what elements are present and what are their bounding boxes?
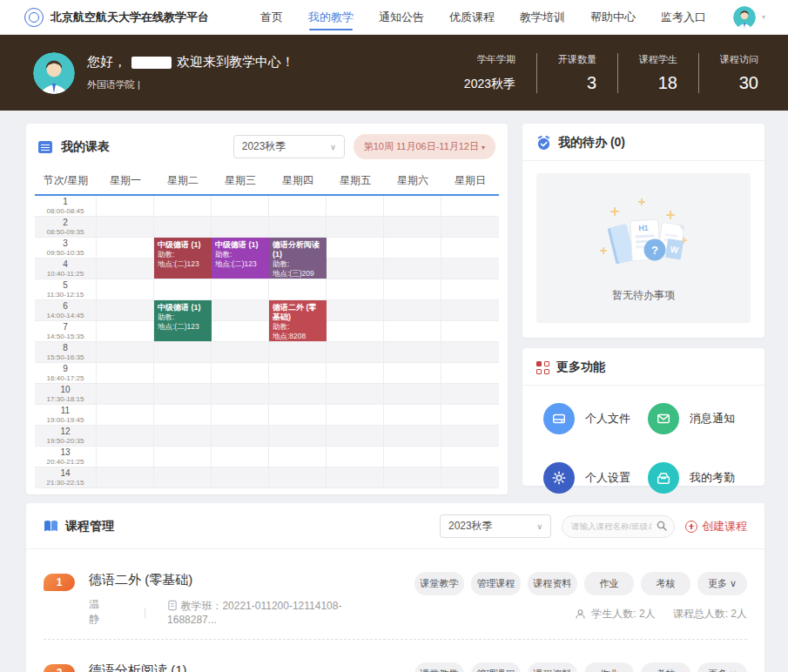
day-cell[interactable] — [212, 217, 269, 237]
day-cell[interactable] — [154, 363, 212, 383]
chevron-down-icon[interactable]: ▾ — [762, 13, 765, 21]
nav-item[interactable]: 教学培训 — [519, 1, 566, 33]
day-cell[interactable] — [327, 279, 384, 299]
week-selector[interactable]: 第10周 11月06日-11月12日▾ — [354, 134, 495, 159]
day-cell[interactable] — [97, 405, 154, 425]
day-cell[interactable] — [97, 300, 154, 320]
nav-item[interactable]: 优质课程 — [448, 1, 495, 33]
day-cell[interactable] — [327, 467, 384, 487]
action-button-作业[interactable]: 作业 — [584, 662, 634, 672]
day-cell[interactable] — [97, 447, 154, 467]
action-button-课堂教学[interactable]: 课堂教学 — [414, 572, 464, 595]
day-cell[interactable] — [384, 300, 441, 320]
nav-item[interactable]: 帮助中心 — [589, 1, 636, 33]
day-cell[interactable] — [441, 196, 499, 216]
course-block[interactable]: 德语二外 (零基础)助教:地点:8208 — [269, 300, 327, 341]
day-cell[interactable] — [441, 279, 499, 299]
day-cell[interactable] — [327, 238, 384, 258]
day-cell[interactable] — [97, 279, 154, 299]
nav-item[interactable]: 通知公告 — [378, 1, 425, 33]
day-cell[interactable] — [154, 196, 212, 216]
day-cell[interactable] — [384, 217, 441, 237]
day-cell[interactable] — [269, 196, 327, 216]
action-button-课堂教学[interactable]: 课堂教学 — [414, 662, 464, 672]
action-button-管理课程[interactable]: 管理课程 — [471, 572, 521, 595]
feature-item-gear[interactable]: 个人设置 — [543, 462, 648, 494]
day-cell[interactable] — [212, 384, 269, 404]
course-semester-select[interactable]: 2023秋季 ∨ — [440, 514, 551, 538]
day-cell[interactable] — [384, 259, 441, 279]
day-cell[interactable] — [269, 426, 327, 446]
action-button-考核[interactable]: 考核 — [641, 662, 690, 672]
day-cell[interactable] — [97, 342, 154, 362]
course-block[interactable]: 德语分析阅读 (1)助教:地点:(三)209 — [269, 238, 327, 279]
user-avatar[interactable] — [733, 6, 756, 29]
day-cell[interactable] — [327, 405, 384, 425]
day-cell[interactable] — [441, 426, 499, 446]
action-button-课程资料[interactable]: 课程资料 — [528, 662, 577, 672]
day-cell[interactable] — [327, 384, 384, 404]
day-cell[interactable] — [212, 467, 269, 487]
day-cell[interactable] — [212, 196, 269, 216]
day-cell[interactable] — [212, 363, 269, 383]
course-block[interactable]: 中级德语 (1)助教:地点:(二)123 — [154, 238, 212, 279]
day-cell[interactable] — [327, 447, 384, 467]
day-cell[interactable] — [384, 363, 441, 383]
feature-item-mail[interactable]: 消息通知 — [648, 403, 752, 434]
nav-item[interactable]: 首页 — [259, 1, 284, 33]
day-cell[interactable] — [212, 300, 269, 320]
day-cell[interactable] — [97, 238, 154, 258]
day-cell[interactable] — [97, 196, 154, 216]
day-cell[interactable] — [327, 321, 384, 341]
day-cell[interactable] — [269, 384, 327, 404]
day-cell[interactable] — [441, 300, 499, 320]
day-cell[interactable] — [441, 217, 499, 237]
day-cell[interactable] — [441, 447, 499, 467]
day-cell[interactable] — [384, 384, 441, 404]
day-cell[interactable] — [212, 447, 269, 467]
day-cell[interactable] — [269, 363, 327, 383]
day-cell[interactable] — [327, 217, 384, 237]
day-cell[interactable] — [212, 426, 269, 446]
course-title[interactable]: 德语二外 (零基础) — [89, 572, 381, 588]
day-cell[interactable] — [441, 342, 499, 362]
day-cell[interactable] — [97, 259, 154, 279]
day-cell[interactable] — [441, 363, 499, 383]
day-cell[interactable] — [97, 217, 154, 237]
day-cell[interactable] — [384, 447, 441, 467]
day-cell[interactable] — [327, 342, 384, 362]
day-cell[interactable] — [154, 447, 212, 467]
day-cell[interactable] — [212, 342, 269, 362]
day-cell[interactable] — [154, 384, 212, 404]
day-cell[interactable] — [327, 259, 384, 279]
day-cell[interactable] — [441, 321, 499, 341]
day-cell[interactable] — [269, 342, 327, 362]
day-cell[interactable] — [441, 238, 499, 258]
day-cell[interactable] — [269, 467, 327, 487]
action-button-考核[interactable]: 考核 — [641, 572, 690, 595]
day-cell[interactable] — [327, 196, 384, 216]
semester-select[interactable]: 2023秋季 ∨ — [233, 135, 345, 158]
feature-item-attendance[interactable]: 我的考勤 — [648, 462, 752, 494]
day-cell[interactable] — [441, 384, 499, 404]
day-cell[interactable] — [384, 238, 441, 258]
course-title[interactable]: 德语分析阅读 (1) — [89, 662, 381, 672]
day-cell[interactable] — [154, 342, 212, 362]
nav-item[interactable]: 监考入口 — [660, 1, 707, 33]
day-cell[interactable] — [97, 426, 154, 446]
day-cell[interactable] — [212, 405, 269, 425]
day-cell[interactable] — [441, 405, 499, 425]
user-menu[interactable]: ▾ — [733, 6, 765, 29]
day-cell[interactable] — [327, 363, 384, 383]
day-cell[interactable] — [154, 279, 212, 299]
day-cell[interactable] — [212, 279, 269, 299]
day-cell[interactable] — [212, 321, 269, 341]
action-button-作业[interactable]: 作业 — [584, 572, 634, 595]
action-button-课程资料[interactable]: 课程资料 — [528, 572, 577, 595]
day-cell[interactable] — [441, 467, 499, 487]
day-cell[interactable] — [384, 342, 441, 362]
day-cell[interactable] — [154, 426, 212, 446]
nav-item[interactable]: 我的教学 — [307, 1, 354, 33]
day-cell[interactable] — [154, 405, 212, 425]
action-button-更多[interactable]: 更多 ∨ — [697, 572, 747, 595]
